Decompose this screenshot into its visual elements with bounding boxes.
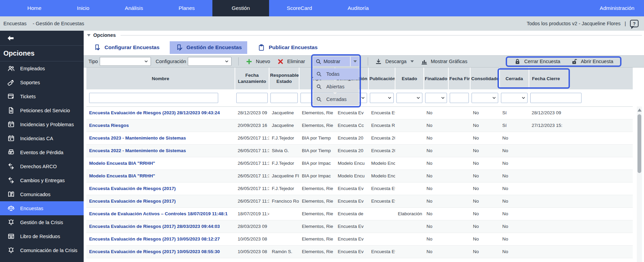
sidebar-item-derechos-arco[interactable]: Derechos ARCO — [0, 159, 84, 173]
survey-name-link[interactable]: Encuesta Evaluación de Riesgos (2017) 28… — [89, 224, 220, 229]
sidebar-item-cambios-y-entregas[interactable]: Cambios y Entregas — [0, 173, 84, 187]
divider — [368, 57, 368, 66]
filter-select-cerrada[interactable] — [501, 93, 528, 103]
filter-select-publicacion[interactable] — [370, 93, 394, 103]
cell-fecha-fin — [448, 170, 470, 182]
abrir-encuesta-button[interactable]: Abrir Encuesta — [567, 58, 617, 65]
sidebar-item-tickets[interactable]: Tickets — [0, 89, 84, 103]
filter-text-input[interactable] — [237, 93, 267, 103]
filter-cell-nombre — [86, 89, 235, 106]
sidebar-item-comunicados[interactable]: Comunicados — [0, 187, 84, 201]
nav-item-home[interactable]: Home — [10, 0, 59, 16]
cell-finalizado: No — [424, 245, 448, 258]
nav-item-inicio[interactable]: Inicio — [59, 0, 107, 16]
filter-select-consolidado[interactable] — [472, 93, 498, 103]
sidebar-item-peticiones-del-servicio[interactable]: Peticiones del Servicio — [0, 103, 84, 117]
eliminar-button[interactable]: Eliminar — [274, 58, 308, 65]
sidebar: Opciones Empleados Soportes Tickets Peti… — [0, 31, 84, 262]
survey-name-link[interactable]: Encuesta Riesgos — [89, 123, 129, 128]
column-header-fecha-lanzamiento[interactable]: Fecha Lanzamiento — [235, 68, 269, 89]
filter-text-input[interactable] — [450, 93, 468, 103]
column-header-fecha-fin[interactable]: Fecha Fin — [448, 68, 470, 89]
sidebar-item-libro-de-residuos[interactable]: Libro de Residuos — [0, 229, 84, 243]
column-header-cerrada[interactable]: Cerrada — [500, 68, 529, 89]
filter-input-fecha-fin[interactable] — [450, 93, 469, 103]
column-header-fecha-cierre[interactable]: Fecha Cierre — [529, 68, 633, 89]
mostrar-button[interactable]: Mostrar — [313, 57, 359, 66]
cell-nombre: Encuesta 2023 - Mantenimiento de Sistema… — [86, 132, 235, 144]
survey-name-link[interactable]: Modelo Encuesta BIA "RRHH" — [89, 161, 155, 166]
tipo-select[interactable] — [100, 57, 151, 66]
configuracion-select[interactable] — [188, 57, 232, 66]
mostrar-option-cerradas[interactable]: Cerradas — [313, 93, 359, 105]
survey-name-link[interactable]: Encuesta Evaluación de Riesgos (2017) 10… — [89, 236, 220, 242]
sidebar-item-comunicacion-de-la-crisis[interactable]: Comunicación de la Crisis — [0, 243, 84, 257]
nav-item-planes[interactable]: Planes — [161, 0, 212, 16]
filter-text-input[interactable] — [531, 93, 581, 103]
table-filter-row — [86, 89, 633, 106]
column-header-estado[interactable]: Estado — [395, 68, 424, 89]
mostrar-option-abiertas[interactable]: Abiertas — [313, 81, 359, 92]
survey-name-link[interactable]: Encuesta 2023 - Mantenimiento de Sistema… — [89, 135, 186, 141]
descarga-button[interactable]: Descarga — [372, 58, 417, 65]
sidebar-item-soportes[interactable]: Soportes — [0, 75, 84, 89]
sidebar-item-label: Gestión de la Crisis — [20, 220, 63, 225]
annotation-cerrar-abrir-box: Cerrar Encuesta Abrir Encuesta — [506, 56, 621, 67]
survey-name-link[interactable]: Encuesta Evaluación de Riesgos (2017) 10… — [89, 249, 220, 254]
filter-input-fecha-cierre[interactable] — [530, 93, 582, 103]
scroll-up-icon[interactable] — [638, 108, 642, 112]
cell-nombre: Encuesta Evaluación de Riesgos (2017) 10… — [86, 245, 235, 258]
sidebar-item-empleados[interactable]: Empleados — [0, 61, 84, 75]
survey-name-link[interactable]: Encuesta de Evaluación Activos – Control… — [89, 211, 227, 216]
filter-input-nombre[interactable] — [89, 93, 218, 103]
cerrar-encuesta-button[interactable]: Cerrar Encuesta — [510, 58, 564, 65]
tab-gestion-de-encuestas[interactable]: Gestión de Encuestas — [170, 41, 247, 54]
mostrar-option-todas[interactable]: Todas — [313, 68, 359, 80]
filter-text-input[interactable] — [271, 93, 297, 103]
filter-select-estado[interactable] — [396, 93, 422, 103]
sidebar-item-gestion-de-la-crisis[interactable]: Gestión de la Crisis — [0, 215, 84, 229]
survey-name-link[interactable]: Encuesta 2022 - Mantenimiento de Sistema… — [89, 148, 186, 153]
breadcrumb-module[interactable]: Encuestas — [3, 21, 27, 26]
cell-configuracion: Encuesta Ev — [335, 195, 368, 207]
column-header-responsable-estado[interactable]: Responsable Estado — [269, 68, 299, 89]
sidebar-collapse-button[interactable] — [0, 31, 84, 46]
column-header-consolidado[interactable]: Consolidado — [470, 68, 500, 89]
tab-publicar-encuestas[interactable]: Publicar Encuestas — [252, 41, 323, 54]
product-user-label[interactable]: Todos los productos v2 - Jacqueline Flor… — [527, 21, 620, 26]
nav-item-gestion[interactable]: Gestión — [212, 0, 269, 16]
column-header-publicacion[interactable]: Publicación — [368, 68, 395, 89]
sidebar-item-eventos-de-perdida[interactable]: Eventos de Pérdida — [0, 145, 84, 159]
printer-icon — [7, 148, 15, 157]
filter-text-input[interactable] — [89, 93, 218, 103]
sidebar-item-label: Eventos de Pérdida — [20, 150, 64, 155]
mostrar-caret[interactable] — [350, 57, 359, 66]
survey-name-link[interactable]: Encuesta Evaluación de Riesgos (2017) — [89, 199, 176, 204]
cell-consolidado: No — [470, 170, 500, 182]
survey-name-link[interactable]: Encuesta Evaluación de Riesgos (2017) — [89, 186, 176, 191]
column-header-finalizado[interactable]: Finalizado — [424, 68, 448, 89]
column-header-nombre[interactable]: Nombre — [86, 68, 235, 89]
cell-estado — [395, 220, 424, 233]
filter-input-responsable-estado[interactable] — [270, 93, 298, 103]
sidebar-item-incidencias-ca[interactable]: Incidencias CA — [0, 131, 84, 145]
sidebar-item-incidencias-y-problemas[interactable]: Incidencias y Problemas — [0, 117, 84, 131]
collapse-triangle-icon[interactable] — [87, 34, 90, 37]
mostrar-graficas-button[interactable]: Mostrar Gráficas — [417, 58, 471, 65]
cell-finalizado: No — [424, 106, 448, 119]
survey-name-link[interactable]: Encuesta Evaluación de Riesgos (2023) 28… — [89, 110, 220, 115]
nav-item-analisis[interactable]: Análisis — [107, 0, 161, 16]
nav-item-scorecard[interactable]: ScoreCard — [269, 0, 330, 16]
vertical-scrollbar[interactable] — [637, 106, 642, 262]
sidebar-item-encuestas[interactable]: Encuestas — [0, 201, 84, 215]
filter-select-finalizado[interactable] — [425, 93, 447, 103]
survey-name-link[interactable]: Modelo Encuesta BIA "RRHH" — [89, 173, 155, 178]
nav-item-administracion[interactable]: Administración — [590, 0, 644, 16]
scrollbar-thumb[interactable] — [638, 114, 641, 173]
help-bubble-icon[interactable]: ? — [630, 20, 639, 27]
nuevo-button[interactable]: Nuevo — [242, 58, 274, 65]
filter-input-fecha-lanzamiento[interactable] — [236, 93, 268, 103]
cell-tipo: Elementos, Rie — [299, 119, 335, 132]
nav-item-auditoria[interactable]: Auditoría — [330, 0, 387, 16]
tab-configurar-encuestas[interactable]: Configurar Encuestas — [88, 41, 165, 54]
